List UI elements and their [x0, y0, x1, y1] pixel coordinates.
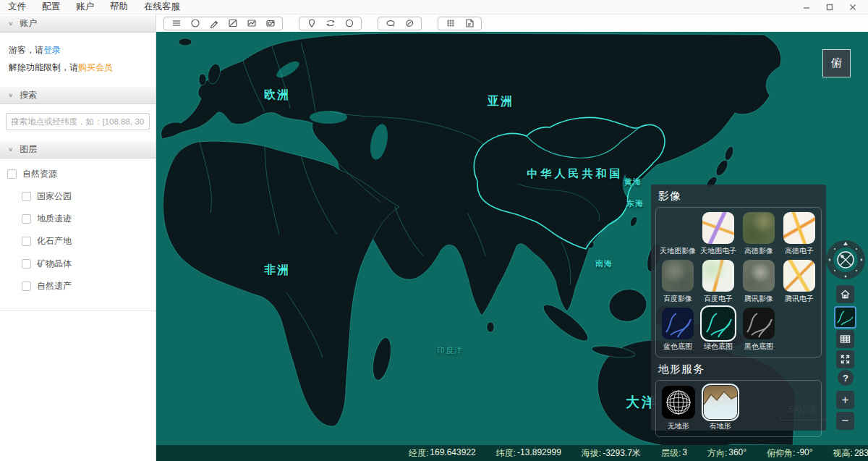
terrain-none[interactable]: 无地形 [658, 386, 699, 431]
layer-fossil-sites[interactable]: 化石产地 [22, 234, 148, 248]
section-header-account[interactable]: ∨ 账户 [0, 14, 156, 33]
basemap-tencent-imagery[interactable]: 腾讯影像 [739, 260, 779, 304]
minimize-icon[interactable] [797, 1, 816, 14]
section-header-search[interactable]: ∨ 搜索 [0, 86, 156, 104]
pencil-icon[interactable] [208, 18, 219, 29]
section-header-layers[interactable]: ∨ 图层 [0, 140, 156, 158]
thumbnail [662, 212, 694, 244]
status-view-height: 视高:28359906.8米 [833, 447, 868, 460]
zoom-out-button[interactable]: − [836, 412, 854, 430]
menu-file[interactable]: 文件 [0, 1, 34, 13]
thumbnail [743, 212, 775, 244]
close-icon[interactable] [843, 1, 862, 14]
image-export-icon[interactable] [246, 18, 257, 29]
limit-text: 解除功能限制，请 [9, 62, 78, 72]
toolbar-group-markers [299, 17, 362, 30]
ellipse-icon[interactable] [385, 18, 396, 29]
globe-select-icon[interactable] [190, 18, 200, 29]
home-button[interactable] [836, 285, 854, 303]
map-label-indian-ocean: 印度洋 [437, 345, 463, 356]
account-section-title: 账户 [20, 17, 37, 30]
imagery-grid: 天地图影像 天地图电子 高德影像 高德电子 [655, 207, 822, 358]
map-label-asia: 亚洲 [488, 94, 514, 109]
basemap-picker-button[interactable] [834, 306, 856, 329]
checkbox[interactable] [22, 282, 31, 291]
basemap-amap-imagery[interactable]: 高德影像 [739, 212, 779, 256]
thumbnail [783, 260, 815, 292]
basemap-baidu-imagery[interactable]: 百度影像 [658, 260, 698, 304]
layer-natural-heritage[interactable]: 自然遗产 [22, 279, 148, 292]
thumbnail [702, 308, 734, 339]
pin-icon[interactable] [306, 18, 317, 29]
basemap-tencent-vector[interactable]: 腾讯电子 [779, 260, 820, 304]
search-section-title: 搜索 [20, 89, 37, 101]
checkbox[interactable] [7, 169, 17, 179]
circle-draw-icon[interactable] [344, 18, 354, 29]
status-altitude: 海拔:-3293.7米 [582, 447, 641, 460]
grid-button[interactable] [836, 330, 854, 348]
layer-tree: 自然资源 国家公园 地质遗迹 化石产地 矿物晶体 自然遗产 [0, 158, 156, 311]
menu-online-service[interactable]: 在线客服 [136, 1, 188, 13]
search-input[interactable] [6, 113, 150, 130]
layer-mineral-crystals[interactable]: 矿物晶体 [22, 257, 148, 270]
polygon-icon[interactable] [404, 18, 414, 29]
top-view-button[interactable]: 俯 [822, 49, 851, 77]
menu-settings[interactable]: 配置 [34, 1, 68, 13]
status-zoom-level: 层级:3 [661, 447, 687, 460]
sidebar: ∨ 账户 游客，请登录 解除功能限制，请购买会员 ∨ 搜索 ∨ 图层 自然资源 … [0, 14, 156, 461]
menu-help[interactable]: 帮助 [102, 1, 136, 13]
buy-membership-link[interactable]: 购买会员 [78, 62, 113, 72]
map-label-africa: 非洲 [264, 263, 290, 278]
status-latitude: 纬度:-13.892999 [496, 447, 561, 460]
checkbox[interactable] [22, 259, 31, 268]
thumbnail [662, 260, 694, 292]
terrain-on[interactable]: 有地形 [699, 386, 741, 431]
terrain-header: 地形服务 [651, 358, 826, 380]
window-controls [797, 0, 862, 14]
checkbox[interactable] [22, 237, 31, 246]
basemap-green[interactable]: 绿色底图 [698, 308, 739, 352]
menu-account[interactable]: 账户 [68, 1, 102, 13]
menu-icon[interactable] [171, 18, 182, 29]
help-button[interactable]: ? [838, 370, 854, 386]
chevron-down-icon: ∨ [8, 146, 13, 153]
thumbnail [743, 308, 775, 339]
basemap-amap-vector[interactable]: 高德电子 [779, 212, 820, 256]
basemap-black[interactable]: 黑色底图 [739, 308, 779, 352]
thumbnail [702, 212, 734, 244]
fill-grid-icon[interactable] [445, 18, 456, 29]
app-menubar: 文件 配置 账户 帮助 在线客服 [0, 0, 868, 14]
compass-widget[interactable] [826, 240, 865, 279]
thumbnail [704, 386, 737, 419]
zoom-in-button[interactable]: + [836, 391, 854, 409]
search-body [0, 104, 156, 140]
report-export-icon[interactable] [464, 18, 475, 29]
layer-natural-resources[interactable]: 自然资源 [7, 167, 148, 180]
login-link[interactable]: 登录 [43, 45, 61, 55]
chevron-down-icon: ∨ [8, 20, 13, 27]
thumbnail [702, 260, 734, 292]
screenshot-icon[interactable] [227, 18, 238, 29]
maximize-icon[interactable] [820, 1, 839, 14]
map-toolbar [156, 14, 868, 32]
toolbar-group-tools [163, 17, 283, 30]
status-longitude: 经度:169.643922 [409, 447, 476, 460]
main-area: 欧洲 亚洲 中华人民共和国 黄海 东海 南海 非洲 印度洋 大洋 500公里 俯… [156, 14, 868, 461]
basemap-tianditu-vector[interactable]: 天地图电子 [698, 212, 739, 256]
basemap-tianditu-imagery[interactable]: 天地图影像 [658, 212, 698, 256]
layer-national-park[interactable]: 国家公园 [22, 190, 148, 203]
checkbox[interactable] [22, 192, 31, 201]
thumbnail [783, 212, 815, 244]
basemap-blue[interactable]: 蓝色底图 [658, 308, 698, 352]
record-icon[interactable] [265, 18, 276, 29]
layer-geological-relics[interactable]: 地质遗迹 [22, 212, 148, 225]
map-viewport[interactable]: 欧洲 亚洲 中华人民共和国 黄海 东海 南海 非洲 印度洋 大洋 500公里 俯… [156, 32, 868, 445]
imagery-header: 影像 [651, 185, 826, 207]
basemap-baidu-vector[interactable]: 百度电子 [698, 260, 739, 304]
compare-arrows-icon[interactable] [325, 18, 336, 29]
checkbox[interactable] [22, 214, 31, 224]
toolbar-group-shapes [378, 17, 422, 30]
basemap-panel: 影像 天地图影像 天地图电子 高德影像 [651, 185, 826, 431]
fullscreen-button[interactable] [836, 350, 854, 368]
terrain-grid: 无地形 有地形 [655, 380, 822, 437]
